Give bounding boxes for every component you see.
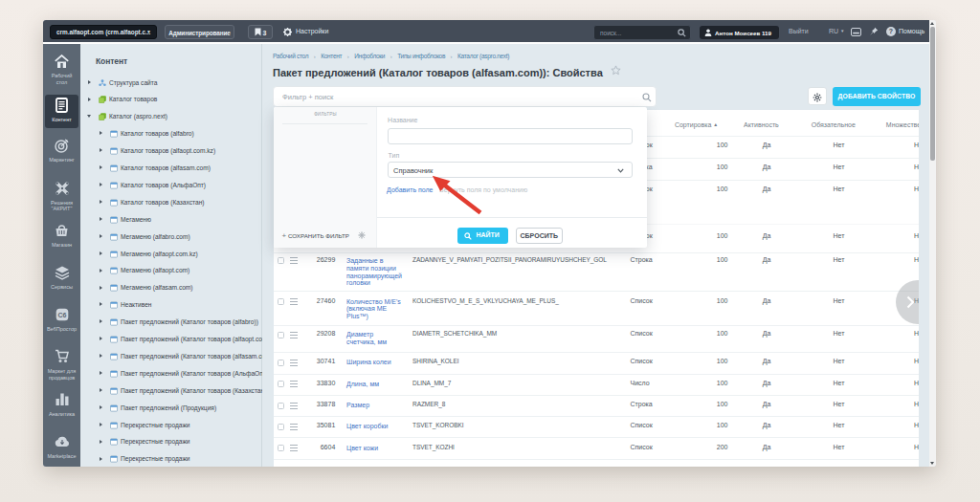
- svg-text:С6: С6: [58, 312, 67, 318]
